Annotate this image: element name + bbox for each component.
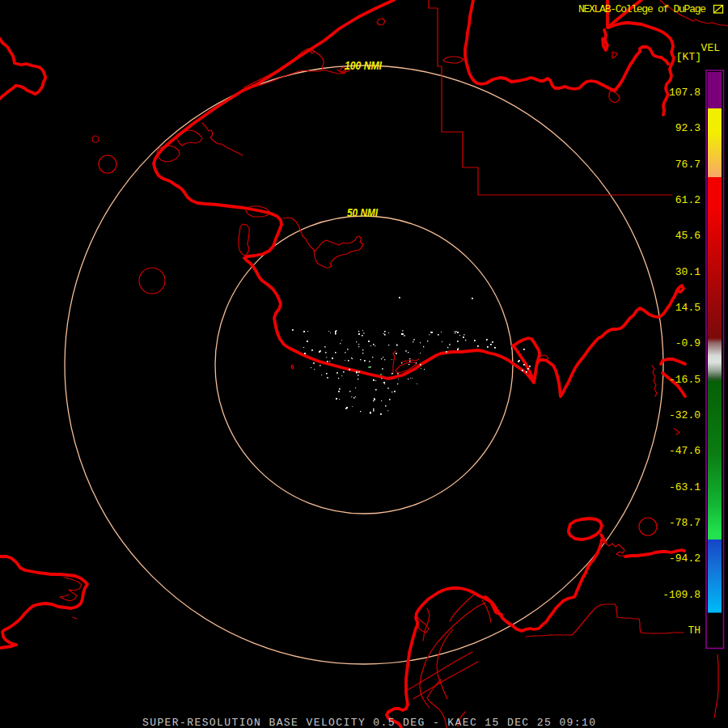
svg-text:92.3: 92.3 (675, 122, 700, 134)
svg-text:45.6: 45.6 (675, 230, 700, 242)
svg-text:-94.2: -94.2 (669, 552, 700, 565)
svg-text:TH: TH (688, 624, 700, 637)
svg-text:[KT]: [KT] (676, 51, 701, 63)
svg-text:-32.0: -32.0 (669, 409, 700, 421)
svg-text:-0.9: -0.9 (675, 337, 700, 349)
svg-text:-109.8: -109.8 (662, 589, 700, 601)
svg-text:14.5: 14.5 (675, 302, 700, 314)
svg-text:50 NMI: 50 NMI (347, 206, 379, 219)
svg-text:100 NMI: 100 NMI (345, 59, 383, 72)
svg-text:SUPER-RESOLUTION BASE VELOCITY: SUPER-RESOLUTION BASE VELOCITY 0.5 DEG -… (142, 717, 595, 728)
svg-text:-16.5: -16.5 (669, 374, 700, 386)
svg-text:-78.7: -78.7 (669, 517, 700, 529)
svg-text:76.7: 76.7 (675, 159, 700, 171)
svg-text:107.8: 107.8 (669, 87, 700, 99)
svg-text:VEL: VEL (701, 42, 720, 54)
svg-text:61.2: 61.2 (675, 194, 700, 206)
svg-text:30.1: 30.1 (675, 266, 700, 278)
svg-text:-63.1: -63.1 (669, 481, 700, 493)
svg-text:-47.6: -47.6 (669, 445, 700, 457)
svg-text:NEXLAB-College of DuPage: NEXLAB-College of DuPage (578, 3, 706, 15)
